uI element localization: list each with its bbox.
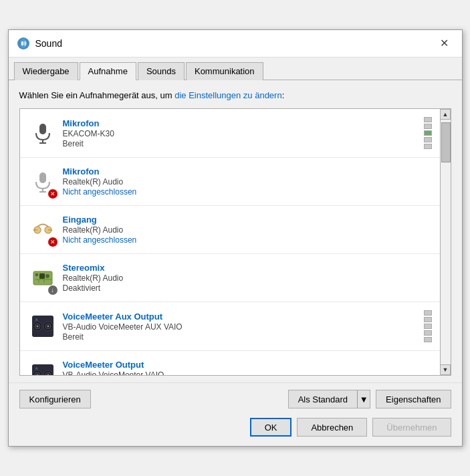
scroll-track[interactable] xyxy=(441,120,451,364)
device-icon-wrap xyxy=(27,114,59,152)
tab-aufnahme[interactable]: Aufnahme xyxy=(80,62,136,80)
svg-rect-6 xyxy=(39,172,46,183)
device-driver: Realtek(R) Audio xyxy=(63,225,435,235)
svg-point-23 xyxy=(36,326,38,328)
device-icon-wrap: ✕ xyxy=(27,211,59,248)
window-title: Sound xyxy=(35,38,62,49)
device-driver: VB-Audio VoiceMeeter VAIO xyxy=(63,370,435,375)
instruction-link: die Einstellungen zu ändern xyxy=(174,90,281,100)
ok-button[interactable]: OK xyxy=(250,418,292,437)
device-list-container: Mikrofon EKACOM-K30 Bereit xyxy=(19,108,451,376)
device-icon-wrap: A ✓ xyxy=(27,356,59,375)
svg-rect-15 xyxy=(39,273,45,279)
tab-bar: Wiedergabe Aufnahme Sounds Kommunikation xyxy=(9,57,462,80)
ubernehmen-button[interactable]: Übernehmen xyxy=(372,418,451,437)
device-item-eingang-realtek[interactable]: ✕ Eingang Realtek(R) Audio Nicht angesch… xyxy=(20,206,440,254)
badge-not-connected: ✕ xyxy=(48,189,57,199)
level-bar-active xyxy=(424,130,432,136)
level-bar xyxy=(424,330,432,336)
device-info: Mikrofon Realtek(R) Audio Nicht angeschl… xyxy=(59,163,435,200)
device-name: Mikrofon xyxy=(63,118,421,128)
device-info: Stereomix Realtek(R) Audio Deaktiviert xyxy=(59,259,435,296)
scroll-thumb[interactable] xyxy=(441,122,451,162)
voicemeeter-icon: A xyxy=(31,363,55,376)
microphone-active-icon xyxy=(31,121,55,145)
device-info: VoiceMeeter Aux Output VB-Audio VoiceMee… xyxy=(59,308,421,345)
device-name: VoiceMeeter Aux Output xyxy=(63,312,421,322)
device-item-mikrofon-realtek[interactable]: ✕ Mikrofon Realtek(R) Audio Nicht angesc… xyxy=(20,158,440,206)
device-icon-wrap: ↓ xyxy=(27,259,59,296)
device-status: Deaktiviert xyxy=(63,283,435,293)
device-status: Bereit xyxy=(63,332,421,342)
level-bar xyxy=(424,137,432,142)
tab-wiedergabe[interactable]: Wiedergabe xyxy=(14,62,78,80)
svg-rect-2 xyxy=(21,41,23,45)
konfigurieren-button[interactable]: Konfigurieren xyxy=(19,390,91,408)
badge-not-connected: ✕ xyxy=(48,237,57,247)
svg-point-26 xyxy=(47,326,49,328)
als-standard-group: Als Standard ▼ xyxy=(288,390,370,408)
device-info: Mikrofon EKACOM-K30 Bereit xyxy=(59,114,421,152)
device-icon-wrap: A xyxy=(27,308,59,345)
svg-rect-14 xyxy=(35,273,38,276)
level-bars xyxy=(421,308,435,345)
device-item-stereomix[interactable]: ↓ Stereomix Realtek(R) Audio Deaktiviert xyxy=(20,254,440,302)
eigenschaften-button[interactable]: Eigenschaften xyxy=(376,390,451,408)
close-button[interactable]: ✕ xyxy=(435,35,454,51)
title-bar: Sound ✕ xyxy=(9,30,462,57)
device-name: Stereomix xyxy=(63,263,435,273)
device-list: Mikrofon EKACOM-K30 Bereit xyxy=(20,109,440,375)
device-driver: Realtek(R) Audio xyxy=(63,177,435,187)
device-name: Mikrofon xyxy=(63,166,435,176)
tab-content: Wählen Sie ein Aufnahmegerät aus, um die… xyxy=(9,80,462,382)
level-bar xyxy=(424,124,432,129)
svg-rect-3 xyxy=(39,124,46,134)
level-bar xyxy=(424,317,432,322)
device-driver: EKACOM-K30 xyxy=(63,129,421,138)
device-item-voicemeeter-aux[interactable]: A VoiceMeeter Aux Output VB-Audio VoiceM… xyxy=(20,302,440,351)
abbrechen-button[interactable]: Abbrechen xyxy=(297,418,367,437)
level-bar xyxy=(424,324,432,329)
sound-app-icon xyxy=(17,37,30,50)
scroll-up-arrow[interactable]: ▲ xyxy=(440,109,451,120)
device-driver: VB-Audio VoiceMeeter AUX VAIO xyxy=(63,322,421,332)
sound-window: Sound ✕ Wiedergabe Aufnahme Sounds Kommu… xyxy=(8,29,463,447)
dialog-buttons: OK Abbrechen Übernehmen xyxy=(9,414,462,446)
level-bar xyxy=(424,144,432,149)
device-name: Eingang xyxy=(63,215,435,225)
device-name: VoiceMeeter Output xyxy=(63,360,435,370)
scrollbar[interactable]: ▲ ▼ xyxy=(440,109,451,375)
device-info: VoiceMeeter Output VB-Audio VoiceMeeter … xyxy=(59,356,435,375)
tab-sounds[interactable]: Sounds xyxy=(138,62,185,80)
badge-disabled: ↓ xyxy=(48,285,57,295)
als-standard-dropdown[interactable]: ▼ xyxy=(357,390,370,408)
device-icon-wrap: ✕ xyxy=(27,163,59,200)
level-bar xyxy=(424,337,432,342)
scroll-down-arrow[interactable]: ▼ xyxy=(440,364,451,375)
level-bar xyxy=(424,310,432,316)
svg-point-16 xyxy=(45,274,49,278)
device-info: Eingang Realtek(R) Audio Nicht angeschlo… xyxy=(59,211,435,248)
device-status: Nicht angeschlossen xyxy=(63,187,435,197)
voicemeeter-aux-icon: A xyxy=(31,314,55,338)
als-standard-button[interactable]: Als Standard xyxy=(288,390,357,408)
level-bar xyxy=(424,117,432,122)
level-bars xyxy=(421,114,435,152)
tab-kommunikation[interactable]: Kommunikation xyxy=(186,62,263,80)
device-status: Nicht angeschlossen xyxy=(63,235,435,245)
title-bar-left: Sound xyxy=(17,37,62,50)
device-item-mikrofon-ekacom[interactable]: Mikrofon EKACOM-K30 Bereit xyxy=(20,109,440,158)
device-driver: Realtek(R) Audio xyxy=(63,273,435,283)
device-status: Bereit xyxy=(63,139,421,148)
instruction-text: Wählen Sie ein Aufnahmegerät aus, um die… xyxy=(19,90,451,102)
device-item-voicemeeter-output[interactable]: A ✓ VoiceMeeter Output VB-Audio VoiceMee… xyxy=(20,351,440,375)
action-buttons: Konfigurieren Als Standard ▼ Eigenschaft… xyxy=(9,382,462,414)
